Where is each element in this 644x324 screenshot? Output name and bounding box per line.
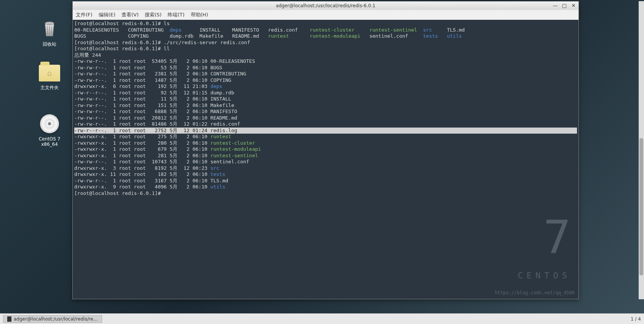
window-title: adger@localhost:/usr/local/redis/redis-6… — [276, 3, 375, 8]
menu-help[interactable]: 帮助(H) — [191, 11, 208, 18]
folder-icon — [39, 65, 60, 81]
blog-watermark: https://blog.csdn.net/qq_4500 — [495, 290, 575, 296]
terminal-window: adger@localhost:/usr/local/redis/redis-6… — [72, 1, 579, 299]
taskbar: adger@localhost:/usr/local/redis/re… 1 /… — [0, 313, 644, 324]
menu-view[interactable]: 查看(V) — [121, 11, 139, 18]
workspace-pager[interactable]: 1 / 4 — [631, 316, 641, 322]
terminal-body[interactable]: [root@localhost redis-6.0.1]# ls 00-RELE… — [73, 20, 578, 299]
titlebar[interactable]: adger@localhost:/usr/local/redis/redis-6… — [73, 2, 578, 10]
taskbar-terminal-label: adger@localhost:/usr/local/redis/re… — [14, 316, 98, 322]
svg-point-0 — [45, 22, 54, 25]
maximize-button[interactable]: □ — [561, 2, 568, 8]
taskbar-terminal-button[interactable]: adger@localhost:/usr/local/redis/re… — [3, 315, 102, 323]
cd-desktop-icon[interactable]: CentOS 7 x86_64 — [30, 114, 69, 147]
menu-edit[interactable]: 编辑(E) — [99, 11, 115, 18]
menu-terminal[interactable]: 终端(T) — [168, 11, 184, 18]
scrollbar-thumb[interactable] — [639, 138, 643, 275]
desktop: 回收站 主文件夹 CentOS 7 x86_64 adger@localhost… — [0, 0, 644, 301]
window-controls: — □ ✕ — [552, 2, 577, 8]
trash-desktop-icon[interactable]: 回收站 — [30, 19, 69, 48]
minimize-button[interactable]: — — [552, 2, 559, 8]
menu-file[interactable]: 文件(F) — [76, 11, 93, 18]
terminal-icon — [7, 316, 11, 322]
disc-icon — [40, 114, 59, 133]
home-label: 主文件夹 — [30, 85, 69, 91]
close-button[interactable]: ✕ — [570, 2, 577, 8]
cd-label: CentOS 7 x86_64 — [30, 136, 69, 147]
trash-icon — [40, 19, 59, 38]
centos-watermark: 7 CENTOS — [518, 202, 571, 292]
home-desktop-icon[interactable]: 主文件夹 — [30, 65, 69, 91]
trash-label: 回收站 — [30, 41, 69, 48]
menubar: 文件(F) 编辑(E) 查看(V) 搜索(S) 终端(T) 帮助(H) — [73, 10, 578, 20]
vertical-scrollbar[interactable] — [639, 1, 644, 299]
menu-search[interactable]: 搜索(S) — [145, 11, 161, 18]
